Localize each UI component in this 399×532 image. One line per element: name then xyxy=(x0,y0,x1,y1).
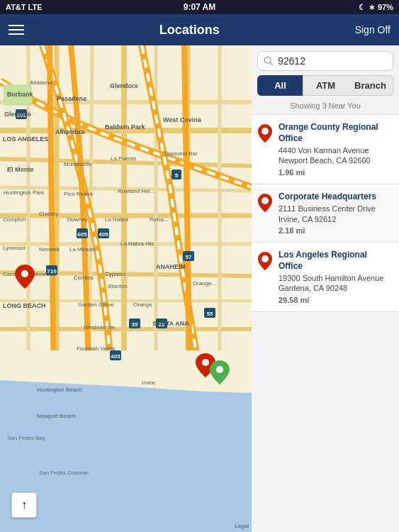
filter-atm-button[interactable]: ATM xyxy=(303,75,348,96)
svg-text:Burbank: Burbank xyxy=(7,91,34,98)
svg-text:55: 55 xyxy=(207,311,213,317)
svg-text:Orange...: Orange... xyxy=(193,280,216,287)
list-item[interactable]: Orange County Regional Office 4440 Von K… xyxy=(252,115,399,184)
svg-point-95 xyxy=(262,197,269,204)
compass-icon: ↑ xyxy=(21,499,27,511)
sign-off-button[interactable]: Sign Off xyxy=(355,24,390,35)
filter-branch-button[interactable]: Branch xyxy=(348,75,393,96)
svg-text:El Monte: El Monte xyxy=(7,166,34,173)
location-distance: 1.96 mi xyxy=(279,168,393,177)
svg-text:San Pedro Bay: San Pedro Bay xyxy=(7,435,45,441)
svg-text:La Mirada: La Mirada xyxy=(69,246,95,253)
location-pin-icon xyxy=(257,193,273,213)
svg-text:Compton: Compton xyxy=(3,216,26,223)
svg-text:405: 405 xyxy=(99,231,108,238)
map-svg: 101 405 405 5 57 55 22 39 605 xyxy=(0,45,252,532)
status-carrier: AT&T LTE xyxy=(6,3,43,11)
location-distance: 2.18 mi xyxy=(279,226,393,235)
location-name: Corporate Headquarters xyxy=(279,192,393,203)
svg-text:Diamond Bar: Diamond Bar xyxy=(164,150,198,157)
location-pin-icon xyxy=(257,123,273,143)
status-bar: AT&T LTE 9:07 AM ☾ ∗ 97% xyxy=(0,0,399,14)
location-pin-icon xyxy=(257,251,273,271)
svg-text:SANTA ANA: SANTA ANA xyxy=(152,320,189,327)
location-addr1: 4440 Von Karman Avenue xyxy=(279,145,393,155)
svg-text:La Puente: La Puente xyxy=(111,155,137,162)
svg-point-94 xyxy=(262,128,269,135)
svg-text:605: 605 xyxy=(77,231,87,238)
svg-text:Pasadena: Pasadena xyxy=(57,95,87,102)
svg-line-93 xyxy=(270,62,273,65)
svg-text:Norwalk: Norwalk xyxy=(39,246,60,253)
svg-text:Garden Grove: Garden Grove xyxy=(78,301,114,308)
search-input-wrap[interactable] xyxy=(257,51,393,71)
svg-point-90 xyxy=(216,366,223,373)
battery-level: 97% xyxy=(378,3,393,11)
svg-text:Rowland Hei...: Rowland Hei... xyxy=(118,188,154,194)
svg-text:La Habra: La Habra xyxy=(105,216,128,223)
search-input[interactable] xyxy=(278,55,387,67)
svg-text:Huntington Park: Huntington Park xyxy=(4,189,45,196)
location-addr2: Irvine, CA 92612 xyxy=(279,214,393,224)
svg-text:Downey: Downey xyxy=(67,216,88,223)
location-info: Los Angeles Regional Office 19300 South … xyxy=(279,250,393,304)
right-panel: All ATM Branch Showing 3 Near You Orange… xyxy=(252,45,399,532)
nav-bar: Locations Sign Off xyxy=(0,14,399,45)
svg-text:Yorba...: Yorba... xyxy=(149,216,168,223)
svg-text:Cypress: Cypress xyxy=(105,271,125,277)
svg-text:La Habra Hts.: La Habra Hts. xyxy=(120,240,155,247)
svg-text:Montebello: Montebello xyxy=(64,161,92,167)
location-distance: 29.58 mi xyxy=(279,296,393,304)
search-bar xyxy=(252,45,399,75)
page-title: Locations xyxy=(159,23,220,38)
svg-text:57: 57 xyxy=(186,254,192,260)
location-list: Orange County Regional Office 4440 Von K… xyxy=(252,115,399,532)
location-name: Los Angeles Regional Office xyxy=(279,250,393,272)
location-addr2: Newport Beach, CA 92660 xyxy=(279,155,393,165)
filter-bar: All ATM Branch xyxy=(252,75,399,100)
svg-text:Huntington Beach: Huntington Beach xyxy=(37,387,82,393)
svg-text:Lynwood: Lynwood xyxy=(3,245,26,251)
svg-text:Cudahy: Cudahy xyxy=(39,211,59,217)
svg-text:San Pedro Channel: San Pedro Channel xyxy=(39,470,89,476)
location-addr2: Gardena, CA 90248 xyxy=(279,283,393,293)
main-content: 101 405 405 5 57 55 22 39 605 xyxy=(0,45,399,532)
svg-text:Irvine: Irvine xyxy=(142,379,156,386)
list-item[interactable]: Corporate Headquarters 2111 Business Cen… xyxy=(252,184,399,243)
bluetooth-icon: ∗ xyxy=(369,3,375,12)
location-name: Orange County Regional Office xyxy=(279,122,393,144)
location-info: Corporate Headquarters 2111 Business Cen… xyxy=(279,192,393,235)
svg-text:Alhambra: Alhambra xyxy=(55,128,86,135)
svg-text:West Covina: West Covina xyxy=(163,116,202,123)
svg-text:5: 5 xyxy=(175,172,179,179)
svg-text:Stanton: Stanton xyxy=(108,283,128,289)
svg-text:39: 39 xyxy=(132,321,138,328)
search-icon xyxy=(264,56,274,66)
svg-text:Altadena: Altadena xyxy=(30,79,52,86)
svg-point-92 xyxy=(264,57,271,63)
svg-text:LOS ANGELES: LOS ANGELES xyxy=(3,135,48,143)
status-right: ☾ ∗ 97% xyxy=(359,3,393,12)
map-area[interactable]: 101 405 405 5 57 55 22 39 605 xyxy=(0,45,252,532)
location-addr1: 2111 Business Center Drive xyxy=(279,204,393,214)
compass-button[interactable]: ↑ xyxy=(11,492,37,518)
svg-text:405: 405 xyxy=(111,353,120,360)
svg-point-89 xyxy=(202,359,209,366)
menu-button[interactable] xyxy=(9,25,24,35)
location-addr1: 19300 South Hamilton Avenue xyxy=(279,273,393,283)
svg-text:Glendora: Glendora xyxy=(110,82,139,89)
svg-text:LONG BEACH: LONG BEACH xyxy=(3,302,46,309)
list-item[interactable]: Los Angeles Regional Office 19300 South … xyxy=(252,243,399,312)
moon-icon: ☾ xyxy=(359,3,366,12)
svg-text:Newport Beach: Newport Beach xyxy=(37,413,76,419)
svg-text:Cerritos: Cerritos xyxy=(74,275,94,281)
svg-text:ANAHEIM: ANAHEIM xyxy=(156,263,186,270)
showing-label: Showing 3 Near You xyxy=(252,100,399,115)
svg-point-91 xyxy=(21,270,28,277)
svg-point-96 xyxy=(262,255,269,262)
map-legal: Legal xyxy=(235,523,249,529)
svg-text:Glendale: Glendale xyxy=(4,111,31,118)
location-info: Orange County Regional Office 4440 Von K… xyxy=(279,122,393,177)
filter-all-button[interactable]: All xyxy=(257,75,303,96)
status-time: 9:07 AM xyxy=(184,2,216,12)
